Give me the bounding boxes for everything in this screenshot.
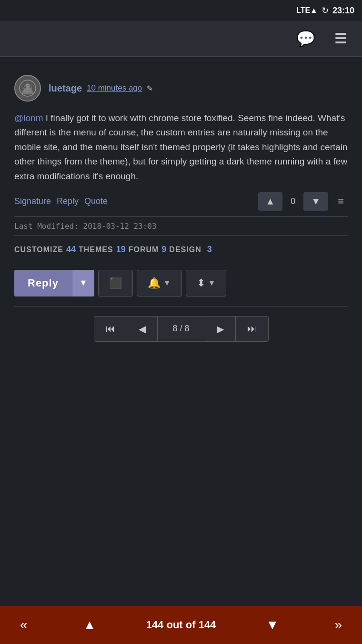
post-body: I finally got it to work with chrome sto… xyxy=(14,113,348,181)
up-icon: ▲ xyxy=(83,617,96,633)
scroll-bottom-bottom-button[interactable]: » xyxy=(329,613,348,636)
more-options-button[interactable]: ≡ xyxy=(334,193,348,209)
upvote-button[interactable]: ▲ xyxy=(258,192,283,211)
bell-icon: 🔔 xyxy=(148,277,161,289)
down-icon: ▼ xyxy=(266,617,279,633)
pagination: ⏮ ◀ 8 / 8 ▶ ⏭ xyxy=(94,316,269,342)
pagination-container: ⏮ ◀ 8 / 8 ▶ ⏭ xyxy=(14,307,348,351)
post-header: luetage 10 minutes ago ✎ xyxy=(14,75,348,102)
downvote-button[interactable]: ▼ xyxy=(303,192,328,211)
tag-customize-count: 44 xyxy=(66,245,76,255)
notification-button[interactable]: 🔔 ▼ xyxy=(137,270,182,296)
clock: 23:10 xyxy=(332,6,354,16)
sort-icon: ⬍ xyxy=(197,277,205,289)
tag-forum-name[interactable]: FORUM xyxy=(129,245,159,254)
top-navigation: 💬 ☰ xyxy=(0,21,362,57)
first-page-button[interactable]: ⏮ xyxy=(94,317,127,341)
inbox-icon: ⬛ xyxy=(109,277,122,289)
tag-customize-name[interactable]: CUSTOMIZE xyxy=(14,245,63,254)
edit-icon: ✎ xyxy=(147,84,153,93)
tag-forum-count: 9 xyxy=(161,245,166,255)
username[interactable]: luetage xyxy=(49,83,82,94)
reply-button-group: Reply ▼ xyxy=(14,270,94,296)
status-icons: LTE▲ ↻ 23:10 xyxy=(296,5,354,16)
last-modified: Last Modified: 2018-03-12 23:03 xyxy=(14,217,348,235)
signature-link[interactable]: Signature xyxy=(14,196,51,206)
post-top-divider xyxy=(14,67,348,67)
next-page-icon: ▶ xyxy=(217,323,224,335)
post-actions-row: Signature Reply Quote ▲ 0 ▼ ≡ xyxy=(14,192,348,216)
post-container: luetage 10 minutes ago ✎ @lonm I finally… xyxy=(0,57,362,361)
menu-icon[interactable]: ☰ xyxy=(334,31,348,47)
tag-themes-name[interactable]: THEMES xyxy=(79,245,113,254)
bottom-spacer xyxy=(0,361,362,404)
post-counter: 144 out of 144 xyxy=(146,619,216,631)
sort-arrow-icon: ▼ xyxy=(208,279,216,287)
next-page-button[interactable]: ▶ xyxy=(205,317,236,341)
first-page-icon: ⏮ xyxy=(106,323,115,334)
mention[interactable]: @lonm xyxy=(14,113,43,123)
inbox-button[interactable]: ⬛ xyxy=(98,270,133,296)
current-page: 8 / 8 xyxy=(158,317,205,340)
reply-link[interactable]: Reply xyxy=(57,196,79,206)
last-page-icon: ⏭ xyxy=(247,323,257,334)
tag-design-count: 3 xyxy=(207,245,212,255)
reply-main-button[interactable]: Reply xyxy=(14,270,72,296)
refresh-icon: ↻ xyxy=(322,5,329,16)
double-up-icon: « xyxy=(20,617,28,633)
post-content: @lonm I finally got it to work with chro… xyxy=(14,111,348,184)
lte-icon: LTE▲ xyxy=(296,6,318,15)
tags-row: CUSTOMIZE 44 THEMES 19 FORUM 9 DESIGN 3 xyxy=(14,236,348,261)
double-down-icon: » xyxy=(334,617,342,633)
bell-arrow-icon: ▼ xyxy=(163,279,171,287)
prev-page-icon: ◀ xyxy=(139,323,146,335)
tag-themes-count: 19 xyxy=(116,245,126,255)
sort-button[interactable]: ⬍ ▼ xyxy=(186,270,227,296)
last-page-button[interactable]: ⏭ xyxy=(236,317,268,341)
status-bar: LTE▲ ↻ 23:10 xyxy=(0,0,362,21)
prev-page-button[interactable]: ◀ xyxy=(127,317,158,341)
reply-dropdown-button[interactable]: ▼ xyxy=(72,270,94,296)
tag-design-name[interactable]: DESIGN xyxy=(169,245,201,254)
chat-icon[interactable]: 💬 xyxy=(296,30,315,48)
scroll-down-button[interactable]: ▼ xyxy=(260,613,285,636)
timestamp[interactable]: 10 minutes ago xyxy=(87,83,142,93)
bottom-navigation: « ▲ 144 out of 144 ▼ » xyxy=(0,606,362,644)
quote-link[interactable]: Quote xyxy=(84,196,108,206)
scroll-top-top-button[interactable]: « xyxy=(14,613,33,636)
bottom-actions: Reply ▼ ⬛ 🔔 ▼ ⬍ ▼ xyxy=(14,270,348,296)
avatar xyxy=(14,75,41,102)
post-meta: luetage 10 minutes ago ✎ xyxy=(49,83,153,94)
vote-count: 0 xyxy=(288,196,298,206)
scroll-up-button[interactable]: ▲ xyxy=(77,613,102,636)
